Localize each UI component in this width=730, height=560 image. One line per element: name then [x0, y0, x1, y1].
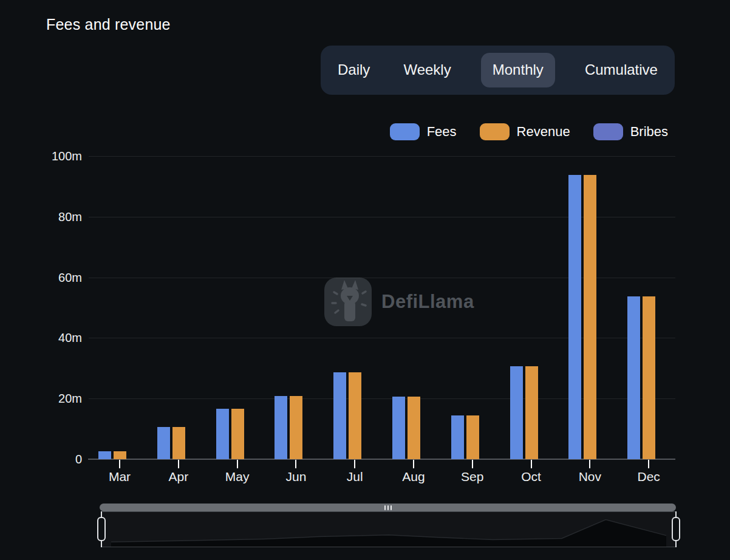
bar-revenue-sep[interactable]	[466, 415, 479, 459]
x-axis-label: Sep	[443, 470, 502, 484]
drag-grip-icon	[387, 505, 389, 510]
x-axis-tick	[531, 460, 532, 468]
x-axis-label: Apr	[149, 470, 208, 484]
x-axis-label: Dec	[619, 470, 678, 484]
y-axis-tick-label: 100m	[27, 149, 82, 163]
x-axis-label: May	[208, 470, 267, 484]
x-axis-label: Oct	[502, 470, 561, 484]
x-axis-tick	[413, 460, 414, 468]
bar-chart-plot: DefiLlama 100m80m60m40m20m0MarAprMayJunJ…	[0, 0, 730, 492]
bar-fees-mar[interactable]	[98, 451, 111, 459]
bar-fees-jul[interactable]	[333, 372, 346, 459]
datazoom-right-handle[interactable]	[672, 517, 680, 541]
bar-revenue-mar[interactable]	[114, 451, 126, 459]
bar-fees-oct[interactable]	[510, 366, 523, 459]
drag-grip-icon	[391, 505, 392, 510]
y-axis-tick-label: 40m	[27, 331, 82, 345]
y-axis-tick-label: 0	[27, 452, 82, 466]
x-axis-tick	[119, 460, 120, 468]
x-axis-tick	[648, 460, 649, 468]
bar-revenue-may[interactable]	[231, 409, 244, 459]
bar-fees-may[interactable]	[216, 409, 229, 459]
bar-revenue-dec[interactable]	[643, 296, 655, 459]
bar-fees-aug[interactable]	[392, 397, 405, 459]
fees-revenue-panel: Fees and revenue Daily Weekly Monthly Cu…	[0, 0, 730, 560]
bar-revenue-oct[interactable]	[525, 366, 538, 459]
bar-revenue-jun[interactable]	[290, 396, 302, 459]
datazoom-left-handle[interactable]	[97, 517, 106, 541]
x-axis-label: Jun	[266, 470, 326, 484]
bar-revenue-apr[interactable]	[172, 427, 185, 459]
y-axis-tick-label: 80m	[27, 210, 82, 224]
watermark-label: DefiLlama	[381, 291, 474, 313]
defillama-watermark: DefiLlama	[324, 276, 474, 327]
minimap-area-series	[111, 520, 666, 547]
bar-fees-sep[interactable]	[451, 415, 464, 459]
x-axis-label: Nov	[560, 470, 619, 484]
x-axis-label: Mar	[90, 470, 149, 484]
x-axis-tick	[354, 460, 355, 468]
bar-fees-apr[interactable]	[157, 427, 170, 459]
bar-fees-jun[interactable]	[275, 396, 287, 459]
bar-revenue-nov[interactable]	[584, 175, 596, 459]
bar-revenue-jul[interactable]	[349, 372, 361, 459]
y-axis-tick-label: 20m	[27, 392, 82, 406]
datazoom-minimap[interactable]	[101, 511, 676, 547]
x-axis-tick	[472, 460, 473, 468]
x-axis-tick	[295, 460, 296, 468]
bar-revenue-aug[interactable]	[408, 397, 420, 459]
y-gridline	[89, 156, 675, 157]
bar-fees-dec[interactable]	[627, 296, 640, 459]
x-axis-tick	[589, 460, 590, 468]
drag-grip-icon	[384, 505, 386, 510]
defillama-llama-icon	[324, 276, 373, 327]
x-axis-label: Aug	[384, 470, 443, 484]
x-axis-label: Jul	[325, 470, 384, 484]
datazoom-track[interactable]	[100, 504, 676, 511]
x-axis-tick	[237, 460, 238, 468]
y-axis-tick-label: 60m	[27, 271, 82, 285]
bar-fees-nov[interactable]	[568, 175, 581, 459]
x-axis-tick	[178, 460, 179, 468]
